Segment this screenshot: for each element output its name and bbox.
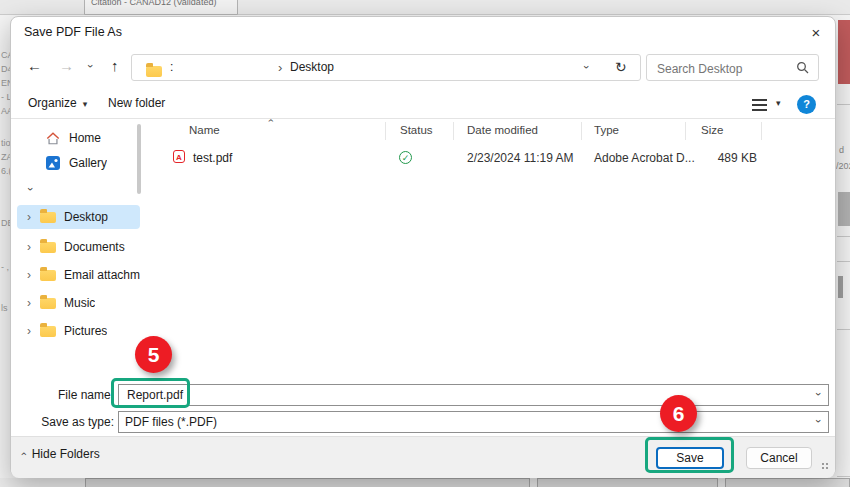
folder-icon	[40, 242, 56, 253]
chevron-up-icon: ›	[265, 119, 276, 122]
sidebar-item-label: Documents	[64, 240, 125, 254]
chevron-down-icon: ›	[85, 64, 97, 68]
hide-folders-label: Hide Folders	[32, 447, 100, 461]
column-divider[interactable]	[581, 122, 582, 140]
folder-icon	[146, 66, 162, 77]
chevron-right-icon: ›	[27, 324, 40, 338]
breadcrumb-chevron-icon: ›	[278, 60, 282, 75]
chevron-glyph: ›	[17, 452, 29, 456]
background-gray-block	[838, 192, 850, 226]
column-divider[interactable]	[385, 122, 386, 140]
save-as-type-value: PDF files (*.PDF)	[125, 415, 217, 429]
cancel-button[interactable]: Cancel	[746, 447, 812, 469]
organize-button[interactable]: Organize▾	[28, 96, 87, 110]
help-icon: ?	[803, 98, 810, 110]
view-options-button[interactable]: ▾	[752, 98, 781, 116]
address-dropdown-button[interactable]: ›	[585, 61, 589, 73]
sidebar-item-documents[interactable]: › Documents	[17, 235, 140, 259]
pdf-file-icon: A	[173, 150, 185, 163]
background-cell	[725, 478, 850, 487]
save-as-type-label: Save as type:	[14, 415, 114, 429]
sidebar-item-label: Home	[69, 131, 101, 145]
status-synced-icon: ✓	[399, 151, 412, 164]
sidebar-item-home[interactable]: Home	[17, 126, 140, 150]
sidebar-scrollbar[interactable]	[137, 124, 141, 194]
column-header-size[interactable]: Size	[701, 124, 723, 136]
sidebar-item-label: Gallery	[69, 156, 107, 170]
dialog-title: Save PDF File As	[24, 25, 122, 39]
back-button[interactable]: ←	[27, 57, 42, 74]
background-cell	[85, 478, 530, 487]
search-icon	[796, 61, 809, 74]
chevron-down-icon[interactable]: ›	[817, 415, 821, 427]
folder-icon	[40, 298, 56, 309]
breadcrumb-current[interactable]: Desktop	[290, 60, 334, 74]
background-divider	[837, 104, 850, 105]
column-header-name[interactable]: Name	[189, 124, 220, 136]
column-header-status[interactable]: Status	[400, 124, 433, 136]
folder-icon	[40, 326, 56, 337]
sidebar-item-label: Music	[64, 296, 95, 310]
list-view-icon	[752, 99, 767, 101]
save-button[interactable]: Save	[656, 447, 724, 469]
sidebar-item-label: Desktop	[64, 210, 108, 224]
chevron-right-icon: ›	[27, 268, 40, 282]
chevron-down-icon[interactable]: ›	[817, 388, 821, 400]
column-header-date-modified[interactable]: Date modified	[467, 124, 538, 136]
column-divider[interactable]	[761, 122, 762, 140]
screenshot-root: Citation - CANAD12 (Validated) CA D4 EN …	[0, 0, 850, 487]
chevron-right-icon: ›	[27, 210, 40, 224]
new-folder-label: New folder	[108, 96, 165, 110]
up-button[interactable]: ↑	[111, 57, 119, 74]
sort-ascending-icon: ›	[269, 115, 272, 126]
background-text-fragment: - ,	[1, 262, 9, 272]
sidebar-item-gallery[interactable]: Gallery	[17, 151, 140, 175]
hide-folders-button[interactable]: › Hide Folders	[21, 447, 100, 461]
sidebar-item-music[interactable]: › Music	[17, 291, 140, 315]
background-tab-label: Citation - CANAD12 (Validated)	[91, 0, 216, 7]
breadcrumb-root[interactable]: :	[170, 60, 173, 74]
folder-icon	[40, 270, 56, 281]
sidebar-item-pictures[interactable]: › Pictures	[17, 319, 140, 343]
toolbar-divider	[11, 118, 835, 119]
background-bottom-strip	[0, 478, 850, 487]
refresh-icon[interactable]: ↻	[615, 59, 627, 75]
background-divider	[837, 476, 850, 477]
caret-down-icon: ▾	[776, 98, 781, 108]
new-folder-button[interactable]: New folder	[108, 96, 165, 110]
organize-label: Organize	[28, 96, 77, 110]
column-header-type[interactable]: Type	[594, 124, 619, 136]
sidebar-collapse-button[interactable]: ›	[29, 183, 33, 195]
background-cell	[537, 478, 718, 487]
file-row[interactable]: A test.pdf ✓ 2/23/2024 11:19 AM Adobe Ac…	[167, 148, 773, 170]
caret-down-icon: ▾	[83, 99, 88, 109]
file-name-combobox[interactable]: ›	[118, 384, 829, 406]
search-box[interactable]	[646, 54, 819, 81]
column-divider[interactable]	[685, 122, 686, 140]
chevron-glyph: ›	[813, 419, 825, 423]
sidebar-item-label: Pictures	[64, 324, 107, 338]
save-as-type-select[interactable]: PDF files (*.PDF) ›	[118, 411, 829, 433]
close-icon: ×	[812, 24, 821, 41]
close-button[interactable]: ×	[803, 21, 829, 43]
sidebar-item-desktop[interactable]: › Desktop	[17, 205, 140, 229]
background-text-fragment: /202	[836, 161, 850, 171]
file-name-input[interactable]	[125, 387, 349, 403]
resize-grip[interactable]	[821, 462, 830, 471]
background-divider	[837, 261, 850, 262]
forward-button[interactable]: →	[59, 57, 74, 74]
background-scrollbar-fragment	[838, 276, 843, 298]
home-icon	[46, 131, 60, 146]
chevron-down-icon: ›	[25, 187, 37, 191]
help-button[interactable]: ?	[797, 95, 816, 114]
column-divider[interactable]	[453, 122, 454, 140]
sidebar-item-label: Email attachm	[64, 268, 140, 282]
chevron-glyph: ›	[813, 392, 825, 396]
chevron-up-icon: ›	[21, 448, 25, 460]
recent-locations-button[interactable]: ›	[89, 60, 93, 72]
address-bar[interactable]: : › Desktop › ↻	[131, 54, 641, 81]
sidebar-item-email-attachments[interactable]: › Email attachm	[17, 263, 140, 287]
search-input[interactable]	[655, 58, 785, 79]
file-name-cell: test.pdf	[193, 151, 232, 165]
file-size-cell: 489 KB	[671, 151, 757, 165]
